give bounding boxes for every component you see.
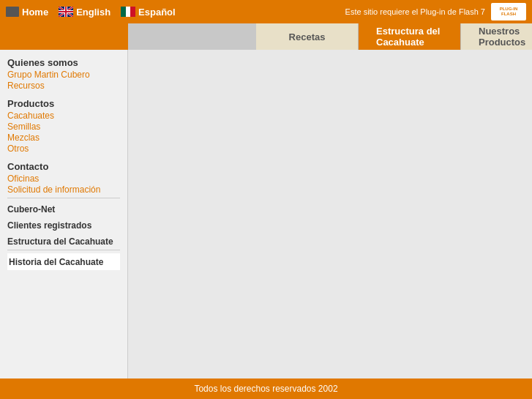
mx-flag-icon — [121, 7, 135, 17]
tabs-row: Recetas Estructura del Cacahuate Nuestro… — [256, 23, 532, 50]
sidebar-cubero-net[interactable]: Cubero-Net — [7, 204, 120, 215]
tab-recetas[interactable]: Recetas — [256, 23, 359, 50]
svg-rect-8 — [59, 11, 73, 12]
sidebar-estructura[interactable]: Estructura del Cacahuate — [7, 236, 120, 247]
sidebar-section-productos: Productos — [7, 98, 120, 109]
sidebar-clientes[interactable]: Clientes registrados — [7, 220, 120, 231]
home-label: Home — [22, 7, 48, 18]
sidebar-historia[interactable]: Historia del Cacahuate — [7, 253, 120, 270]
top-bar-left: Home English Españ — [6, 7, 176, 18]
uk-flag-icon — [59, 7, 73, 17]
svg-rect-9 — [121, 7, 126, 17]
svg-rect-10 — [126, 7, 130, 17]
main-layout: Quienes somos Grupo Martin Cubero Recurs… — [0, 50, 532, 379]
english-label: English — [76, 7, 110, 18]
sidebar-section-quienes: Quienes somos — [7, 57, 120, 68]
espanol-label: Español — [138, 7, 176, 18]
tabs-spacer — [0, 23, 128, 50]
flash-notice: Este sitio requiere el Plug-in de Flash … — [345, 7, 485, 16]
sidebar-link-mezclas[interactable]: Mezclas — [7, 133, 120, 143]
sidebar-link-oficinas[interactable]: Oficinas — [7, 174, 120, 184]
content-area — [128, 50, 532, 379]
espanol-link[interactable]: Español — [121, 7, 176, 18]
tab-estructura[interactable]: Estructura del Cacahuate — [359, 23, 461, 50]
sidebar-link-recursos[interactable]: Recursos — [7, 81, 120, 91]
home-link[interactable]: Home — [6, 7, 48, 18]
svg-rect-11 — [130, 7, 135, 17]
english-link[interactable]: English — [59, 7, 110, 18]
sidebar-historia-label: Historia del Cacahuate — [9, 257, 103, 267]
sidebar-link-otros[interactable]: Otros — [7, 143, 120, 154]
flash-logo: PLUG-INFLASH — [491, 3, 526, 20]
sidebar-link-solicitud[interactable]: Solicitud de información — [7, 184, 120, 195]
footer: Todos los derechos reservados 2002 — [0, 379, 532, 399]
sidebar-link-grupo[interactable]: Grupo Martin Cubero — [7, 70, 120, 80]
home-icon — [6, 7, 19, 17]
footer-text: Todos los derechos reservados 2002 — [194, 384, 337, 394]
sidebar-link-semillas[interactable]: Semillas — [7, 122, 120, 132]
top-bar-right: Este sitio requiere el Plug-in de Flash … — [345, 3, 526, 20]
tab-productos[interactable]: Nuestros Productos — [461, 23, 532, 50]
sidebar: Quienes somos Grupo Martin Cubero Recurs… — [0, 50, 128, 379]
sidebar-link-cacahuates[interactable]: Cacahuates — [7, 111, 120, 121]
sidebar-section-contacto: Contacto — [7, 161, 120, 172]
top-bar: Home English Españ — [0, 0, 532, 23]
